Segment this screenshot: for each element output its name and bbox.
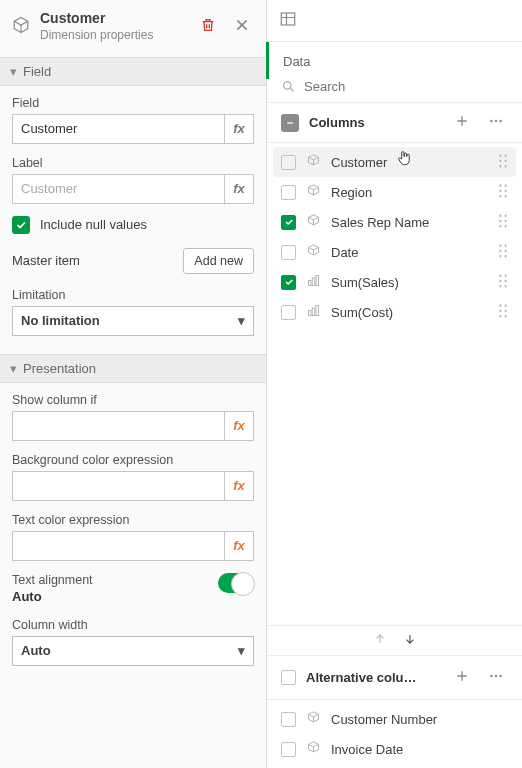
- field-input[interactable]: [12, 114, 224, 144]
- drag-handle[interactable]: [498, 244, 508, 261]
- drag-handle[interactable]: [498, 154, 508, 171]
- column-width-value: Auto: [21, 643, 51, 658]
- bg-expr-fx-button[interactable]: fx: [224, 471, 254, 501]
- column-item[interactable]: Sales Rep Name: [267, 207, 522, 237]
- move-up-button[interactable]: [373, 632, 387, 649]
- column-item[interactable]: Sum(Cost): [267, 297, 522, 327]
- svg-point-44: [504, 309, 506, 311]
- presentation-section-header[interactable]: ▾ Presentation: [0, 354, 266, 383]
- column-item[interactable]: Date: [267, 237, 522, 267]
- drag-handle[interactable]: [498, 214, 508, 231]
- text-align-label: Text alignment: [12, 573, 93, 587]
- close-button[interactable]: [230, 13, 254, 40]
- column-width-select[interactable]: Auto ▾: [12, 636, 254, 666]
- panel-subtitle: Dimension properties: [40, 28, 186, 43]
- column-checkbox[interactable]: [281, 275, 296, 290]
- column-checkbox[interactable]: [281, 155, 296, 170]
- dimension-icon: [306, 740, 321, 758]
- svg-point-21: [499, 225, 501, 227]
- add-column-button[interactable]: [450, 111, 474, 134]
- field-section-header[interactable]: ▾ Field: [0, 57, 266, 86]
- column-item[interactable]: Invoice Date: [267, 734, 522, 764]
- svg-point-34: [499, 279, 501, 281]
- column-checkbox[interactable]: [281, 215, 296, 230]
- reorder-row: [267, 625, 522, 655]
- data-panel: Data Columns CustomerRegionSales Rep Nam…: [267, 0, 522, 768]
- alt-columns-label: Alternative colu…: [306, 670, 440, 685]
- column-label: Customer Number: [331, 712, 508, 727]
- text-expr-fx-button[interactable]: fx: [224, 531, 254, 561]
- field-fx-button[interactable]: fx: [224, 114, 254, 144]
- show-column-if-input[interactable]: [12, 411, 224, 441]
- svg-point-16: [504, 195, 506, 197]
- add-new-button[interactable]: Add new: [183, 248, 254, 274]
- svg-point-22: [504, 225, 506, 227]
- svg-rect-29: [309, 281, 312, 286]
- svg-point-28: [504, 255, 506, 257]
- include-null-label: Include null values: [40, 217, 147, 232]
- svg-rect-30: [312, 278, 315, 286]
- dimension-icon: [306, 243, 321, 261]
- dimension-icon: [306, 710, 321, 728]
- column-item[interactable]: Customer: [273, 147, 516, 177]
- cursor-hand-icon: [395, 149, 413, 170]
- text-expr-input[interactable]: [12, 531, 224, 561]
- data-tab[interactable]: Data: [266, 42, 522, 79]
- alt-columns-more-button[interactable]: [484, 666, 508, 689]
- column-label: Region: [331, 185, 488, 200]
- svg-point-15: [499, 195, 501, 197]
- svg-point-45: [499, 315, 501, 317]
- dimension-icon: [306, 153, 321, 171]
- limitation-label: Limitation: [12, 288, 254, 302]
- svg-point-11: [499, 184, 501, 186]
- move-down-button[interactable]: [403, 632, 417, 649]
- drag-handle[interactable]: [498, 184, 508, 201]
- svg-rect-0: [281, 13, 295, 25]
- columns-more-button[interactable]: [484, 111, 508, 134]
- drag-handle[interactable]: [498, 274, 508, 291]
- collapse-columns-button[interactable]: [281, 114, 299, 132]
- column-item[interactable]: Region: [267, 177, 522, 207]
- search-input[interactable]: [304, 79, 508, 94]
- column-checkbox[interactable]: [281, 245, 296, 260]
- show-column-if-label: Show column if: [12, 393, 254, 407]
- svg-point-27: [499, 255, 501, 257]
- cube-icon: [12, 16, 30, 37]
- bg-expr-input[interactable]: [12, 471, 224, 501]
- label-input[interactable]: [12, 174, 224, 204]
- include-null-checkbox[interactable]: [12, 216, 30, 234]
- limitation-select[interactable]: No limitation ▾: [12, 306, 254, 336]
- svg-point-36: [499, 285, 501, 287]
- bg-expr-label: Background color expression: [12, 453, 254, 467]
- label-fx-button[interactable]: fx: [224, 174, 254, 204]
- dimension-icon: [306, 183, 321, 201]
- svg-point-1: [284, 82, 292, 90]
- svg-point-46: [504, 315, 506, 317]
- add-alt-column-button[interactable]: [450, 666, 474, 689]
- column-checkbox[interactable]: [281, 742, 296, 757]
- columns-list: CustomerRegionSales Rep NameDateSum(Sale…: [267, 143, 522, 625]
- svg-point-3: [495, 120, 497, 122]
- text-align-toggle[interactable]: [218, 573, 254, 593]
- show-column-if-fx-button[interactable]: fx: [224, 411, 254, 441]
- column-checkbox[interactable]: [281, 305, 296, 320]
- columns-header: Columns: [267, 102, 522, 143]
- svg-point-8: [504, 159, 506, 161]
- svg-point-13: [499, 189, 501, 191]
- column-item[interactable]: Sum(Sales): [267, 267, 522, 297]
- svg-rect-38: [309, 311, 312, 316]
- svg-point-42: [504, 304, 506, 306]
- column-item[interactable]: Customer Number: [267, 704, 522, 734]
- column-checkbox[interactable]: [281, 185, 296, 200]
- svg-point-20: [504, 219, 506, 221]
- dimension-icon: [306, 213, 321, 231]
- alt-columns-checkbox[interactable]: [281, 670, 296, 685]
- column-label: Sum(Cost): [331, 305, 488, 320]
- drag-handle[interactable]: [498, 304, 508, 321]
- svg-point-2: [490, 120, 492, 122]
- svg-rect-40: [316, 306, 319, 316]
- column-checkbox[interactable]: [281, 712, 296, 727]
- svg-point-17: [499, 214, 501, 216]
- svg-point-43: [499, 309, 501, 311]
- delete-button[interactable]: [196, 13, 220, 40]
